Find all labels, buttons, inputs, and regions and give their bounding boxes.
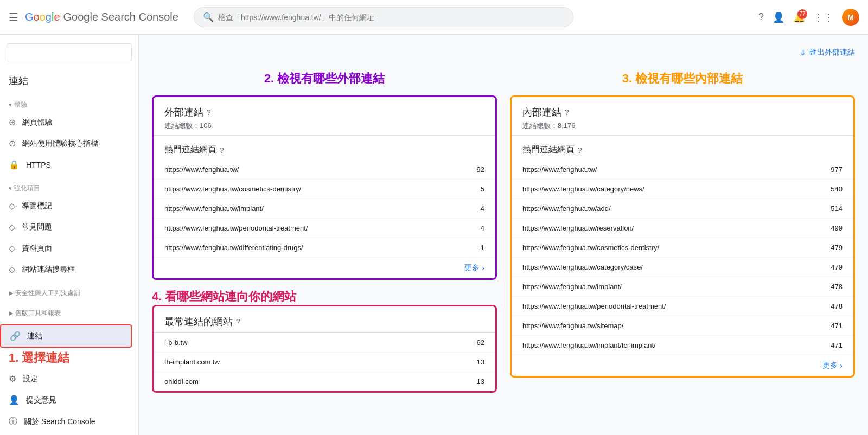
annotation-row: 2. 檢視有哪些外部連結 3. 檢視有哪些內部連結 [152, 71, 855, 91]
layout: 連結 ▾ 體驗 ⊕ 網頁體驗 ⊙ 網站使用體驗核心指標 🔒 HTTPS ▾ 強 [0, 35, 868, 435]
collapse-arrow: ▾ [9, 101, 12, 108]
core-vitals-icon: ⊙ [9, 138, 16, 149]
menu-icon[interactable]: ☰ [9, 11, 18, 24]
table-row: https://www.fenghua.tw/sitemap/ 471 [512, 316, 853, 335]
external-section-help-icon[interactable]: ? [220, 146, 224, 155]
notification-icon[interactable]: 🔔 77 [793, 11, 805, 23]
accounts-icon[interactable]: 👤 [773, 11, 784, 23]
most-linked-header: 最常連結的網站 ? [154, 306, 495, 333]
table-row: ohiddi.com 13 [154, 372, 495, 391]
topbar: ☰ Google Google Search Console 🔍 ? 👤 🔔 7… [0, 0, 868, 35]
external-links-footer: 更多 › [154, 257, 495, 278]
table-row: https://www.fenghua.tw/differentiating-d… [154, 238, 495, 257]
sitelinks-icon: ◇ [9, 264, 15, 274]
sidebar-item-sitelinks-search[interactable]: ◇ 網站連結搜尋框 [0, 259, 132, 280]
external-links-section-title: 熱門連結網頁 ? [154, 136, 495, 160]
cards-container: 外部連結 ? 連結總數：106 熱門連結網頁 ? https://www.fen… [152, 95, 855, 401]
internal-links-more[interactable]: 更多 › [822, 361, 843, 370]
most-linked-card: 最常連結的網站 ? l-b-b.tw 62 fh-implant.com.tw … [152, 305, 497, 393]
internal-links-rows: https://www.fenghua.tw/ 977 https://www.… [512, 160, 853, 355]
links-icon: 🔗 [10, 331, 21, 341]
sidebar-item-breadcrumb[interactable]: ◇ 導覽標記 [0, 195, 132, 216]
app-logo: Google Google Search Console [25, 11, 178, 23]
table-row: fh-implant.com.tw 13 [154, 352, 495, 372]
table-row: https://www.fenghua.tw/implant/ 478 [512, 277, 853, 296]
page-header: ⇓ 匯出外部連結 [152, 48, 855, 57]
table-row: https://www.fenghua.tw/add/ 514 [512, 199, 853, 218]
sidebar-group-title-legacy: ▶ 舊版工具和報表 [0, 304, 138, 320]
external-links-header: 外部連結 ? 連結總數：106 [154, 97, 495, 136]
table-row: https://www.fenghua.tw/cosmetics-dentist… [512, 238, 853, 257]
download-icon: ⇓ [800, 48, 806, 57]
sidebar-group-experience: ▾ 體驗 ⊕ 網頁體驗 ⊙ 網站使用體驗核心指標 🔒 HTTPS [0, 96, 138, 175]
apps-icon[interactable]: ⋮⋮ [814, 11, 833, 23]
table-row: https://www.fenghua.tw/implant/tci-impla… [512, 335, 853, 355]
internal-links-section-title: 熱門連結網頁 ? [512, 136, 853, 160]
annotation-2-col: 2. 檢視有哪些外部連結 [152, 71, 497, 91]
topbar-right: ? 👤 🔔 77 ⋮⋮ M [758, 9, 859, 26]
collapse-arrow-3: ▶ [9, 290, 13, 297]
most-linked-help-icon[interactable]: ? [236, 317, 240, 326]
annotation-3-col: 3. 檢視有哪些內部連結 [510, 71, 855, 91]
help-icon[interactable]: ? [758, 11, 764, 23]
data-page-icon: ◇ [9, 243, 15, 253]
annotation-1: 1. 選擇連結 [0, 348, 138, 368]
sidebar-group-enhance: ▾ 強化項目 ◇ 導覽標記 ◇ 常見問題 ◇ 資料頁面 ◇ 網站連結搜尋框 [0, 180, 138, 280]
sidebar-group-title-experience: ▾ 體驗 [0, 96, 138, 112]
annotation-2: 2. 檢視有哪些外部連結 [152, 71, 497, 87]
chevron-right-icon-2: › [840, 361, 843, 370]
search-bar[interactable]: 🔍 [194, 7, 573, 27]
sidebar-item-faq[interactable]: ◇ 常見問題 [0, 216, 132, 238]
internal-links-help-icon[interactable]: ? [565, 108, 569, 117]
https-icon: 🔒 [9, 159, 20, 170]
breadcrumb-icon: ◇ [9, 201, 15, 211]
right-column: 內部連結 ? 連結總數：8,176 熱門連結網頁 ? https://www.f… [510, 95, 855, 386]
table-row: https://www.fenghua.tw/ 977 [512, 160, 853, 179]
sidebar-group-legacy: ▶ 舊版工具和報表 [0, 304, 138, 320]
sidebar-item-web-experience[interactable]: ⊕ 網頁體驗 [0, 112, 132, 133]
sidebar-item-links[interactable]: 🔗 連結 [0, 324, 132, 348]
notification-badge: 77 [797, 9, 807, 19]
table-row: https://www.fenghua.tw/ 92 [154, 160, 495, 179]
external-links-help-icon[interactable]: ? [207, 108, 211, 117]
faq-icon: ◇ [9, 222, 15, 232]
main-content: ⇓ 匯出外部連結 2. 檢視有哪些外部連結 3. 檢視有哪些內部連結 外部 [139, 35, 868, 435]
sidebar-item-settings[interactable]: ⚙ 設定 [0, 368, 132, 389]
sidebar-group-security: ▶ 安全性與人工判決處罰 [0, 284, 138, 300]
export-button[interactable]: ⇓ 匯出外部連結 [800, 48, 855, 57]
internal-links-card: 內部連結 ? 連結總數：8,176 熱門連結網頁 ? https://www.f… [510, 95, 855, 378]
table-row: https://www.fenghua.tw/periodontal-treat… [154, 218, 495, 238]
sidebar: 連結 ▾ 體驗 ⊕ 網頁體驗 ⊙ 網站使用體驗核心指標 🔒 HTTPS ▾ 強 [0, 35, 139, 435]
app-title: Google Search Console [63, 11, 178, 23]
external-links-rows: https://www.fenghua.tw/ 92 https://www.f… [154, 160, 495, 257]
external-links-more[interactable]: 更多 › [464, 263, 484, 273]
external-links-subtitle: 連結總數：106 [164, 121, 484, 131]
sidebar-item-core-vitals[interactable]: ⊙ 網站使用體驗核心指標 [0, 133, 132, 154]
sidebar-item-feedback[interactable]: 👤 提交意見 [0, 389, 132, 411]
sidebar-item-data-page[interactable]: ◇ 資料頁面 [0, 238, 132, 259]
internal-links-title: 內部連結 ? [522, 106, 843, 119]
chevron-right-icon: › [482, 264, 484, 272]
search-input[interactable] [218, 13, 564, 22]
external-links-card: 外部連結 ? 連結總數：106 熱門連結網頁 ? https://www.fen… [152, 95, 497, 280]
avatar[interactable]: M [842, 9, 859, 26]
internal-links-header: 內部連結 ? 連結總數：8,176 [512, 97, 853, 136]
collapse-arrow-4: ▶ [9, 310, 13, 317]
settings-icon: ⚙ [9, 374, 16, 384]
table-row: https://www.fenghua.tw/category/case/ 47… [512, 257, 853, 277]
left-column: 外部連結 ? 連結總數：106 熱門連結網頁 ? https://www.fen… [152, 95, 497, 401]
most-linked-title: 最常連結的網站 ? [164, 315, 484, 328]
table-row: https://www.fenghua.tw/reservation/ 499 [512, 218, 853, 238]
internal-section-help-icon[interactable]: ? [578, 146, 582, 155]
sidebar-group-title-enhance: ▾ 強化項目 [0, 180, 138, 195]
google-logo: Google [25, 11, 60, 23]
about-icon: ⓘ [9, 416, 17, 427]
collapse-arrow-2: ▾ [9, 185, 12, 192]
sidebar-group-title-security: ▶ 安全性與人工判決處罰 [0, 284, 138, 300]
web-experience-icon: ⊕ [9, 117, 16, 127]
sidebar-item-https[interactable]: 🔒 HTTPS [0, 154, 132, 175]
annotation-4: 4. 看哪些網站連向你的網站 [152, 289, 497, 305]
sidebar-item-about[interactable]: ⓘ 關於 Search Console [0, 411, 132, 433]
sidebar-search[interactable] [7, 43, 132, 61]
table-row: https://www.fenghua.tw/implant/ 4 [154, 199, 495, 218]
